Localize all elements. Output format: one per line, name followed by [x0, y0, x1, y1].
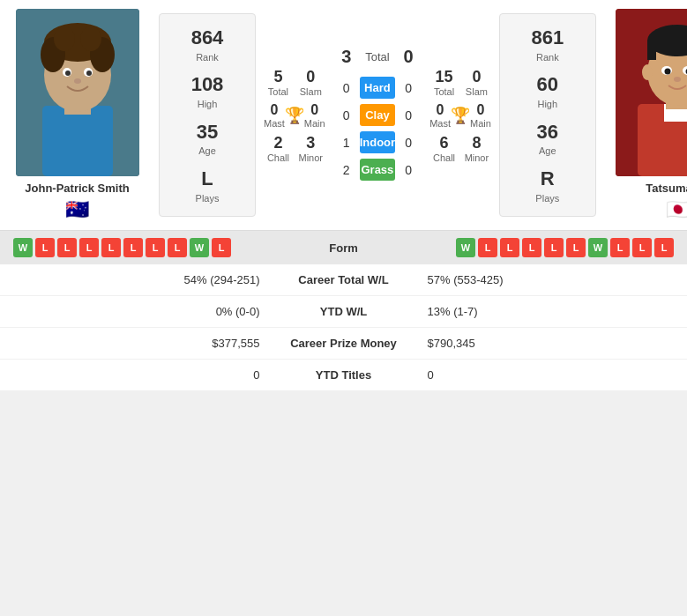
form-badge-left: L [168, 238, 187, 257]
career-stat-row: 54% (294-251)Career Total W/L57% (553-42… [0, 264, 687, 296]
left-main: 0 Main [304, 102, 325, 129]
left-mast: 0 Mast [264, 102, 285, 129]
career-stat-center: YTD W/L [273, 305, 414, 318]
left-grid-stats: 5 Total 0 Slam 0 Mast 🏆 0 Main [260, 9, 329, 221]
left-age: 35 Age [197, 120, 218, 158]
clay-row: 0 Clay 0 [333, 104, 422, 126]
career-stat-row: 0YTD Titles0 [0, 360, 687, 391]
form-badge-right: L [522, 238, 541, 257]
form-badge-right: L [478, 238, 497, 257]
middle-matchup: 3 Total 0 0 Hard 0 0 Clay 0 1 Indoor 0 2 [329, 9, 426, 221]
indoor-button[interactable]: Indoor [360, 131, 395, 153]
main-container: John-Patrick Smith 🇦🇺 864 Rank 108 High … [0, 0, 687, 391]
career-stat-left: $377,555 [13, 337, 273, 350]
right-plays: R Plays [535, 167, 559, 204]
form-right: WLLLLLWLLL [388, 238, 675, 257]
svg-point-12 [86, 71, 92, 76]
career-stat-center: Career Prize Money [273, 337, 414, 350]
svg-rect-20 [647, 41, 656, 60]
form-badge-left: L [35, 238, 55, 257]
form-badge-left: L [212, 238, 231, 257]
career-stat-right: 0 [414, 368, 675, 382]
player-left-name: John-Patrick Smith [25, 182, 129, 195]
career-stat-row: $377,555Career Prize Money$790,345 [0, 328, 687, 360]
form-badge-left: L [146, 238, 165, 257]
career-stat-row: 0% (0-0)YTD W/L13% (1-7) [0, 296, 687, 328]
hard-row: 0 Hard 0 [333, 77, 422, 99]
indoor-row: 1 Indoor 0 [333, 131, 422, 153]
career-stat-right: $790,345 [414, 337, 675, 350]
right-minor: 8 Minor [462, 134, 491, 163]
career-stat-left: 0 [13, 368, 273, 382]
career-stat-left: 54% (294-251) [13, 273, 273, 286]
svg-rect-1 [42, 106, 113, 176]
right-slam: 0 Slam [462, 68, 491, 97]
form-badge-left: W [190, 238, 209, 257]
form-badge-right: L [654, 238, 674, 257]
svg-point-28 [674, 77, 681, 82]
left-total: 5 Total [264, 68, 293, 97]
hard-button[interactable]: Hard [360, 77, 395, 99]
form-label: Form [300, 241, 388, 255]
players-section: John-Patrick Smith 🇦🇺 864 Rank 108 High … [0, 0, 687, 230]
player-right: Tatsuma Ito 🇯🇵 [601, 9, 687, 221]
left-rank: 864 Rank [191, 26, 224, 63]
right-chall: 6 Chall [429, 134, 459, 163]
left-minor: 3 Minor [296, 134, 325, 163]
svg-point-22 [642, 64, 653, 80]
player-left-photo [16, 9, 139, 176]
career-stat-center: YTD Titles [273, 368, 414, 382]
form-badge-right: L [610, 238, 630, 257]
left-plays: L Plays [196, 167, 220, 204]
career-stats: 54% (294-251)Career Total W/L57% (553-42… [0, 264, 687, 391]
form-badge-right: L [632, 238, 652, 257]
form-badge-left: L [79, 238, 99, 257]
right-rank: 861 Rank [531, 26, 564, 63]
left-chall: 2 Chall [264, 134, 293, 163]
grass-button[interactable]: Grass [360, 159, 395, 181]
total-row: 3 Total 0 [333, 47, 422, 67]
right-grid-stats: 15 Total 0 Slam 0 Mast 🏆 0 Main [426, 9, 495, 221]
right-high: 60 High [537, 72, 558, 110]
form-left: WLLLLLLLWL [13, 238, 300, 257]
form-badge-left: W [13, 238, 33, 257]
career-stat-right: 57% (553-425) [414, 273, 675, 286]
trophy-icon-right: 🏆 [451, 106, 470, 125]
grass-row: 2 Grass 0 [333, 159, 422, 181]
form-badge-right: L [566, 238, 586, 257]
right-stats-box: 861 Rank 60 High 36 Age R Plays [499, 13, 596, 217]
right-mast: 0 Mast [429, 102, 451, 129]
clay-button[interactable]: Clay [360, 104, 395, 126]
svg-point-13 [74, 78, 81, 84]
career-stat-center: Career Total W/L [273, 273, 414, 286]
player-right-flag: 🇯🇵 [666, 198, 687, 221]
right-age: 36 Age [537, 120, 558, 158]
left-slam: 0 Slam [296, 68, 325, 97]
form-badge-right: W [456, 238, 475, 257]
right-main: 0 Main [470, 102, 491, 129]
svg-point-26 [665, 69, 671, 75]
svg-point-8 [80, 26, 101, 51]
form-badge-right: W [588, 238, 608, 257]
form-badge-left: L [101, 238, 121, 257]
right-total: 15 Total [429, 68, 459, 97]
form-badge-right: L [500, 238, 519, 257]
trophy-icon-left: 🏆 [285, 106, 304, 125]
player-right-photo [616, 9, 687, 176]
svg-point-11 [65, 71, 71, 76]
career-stat-right: 13% (1-7) [414, 305, 675, 318]
left-stats-box: 864 Rank 108 High 35 Age L Plays [159, 13, 256, 217]
career-stat-left: 0% (0-0) [13, 305, 273, 318]
left-trophy-row: 0 Mast 🏆 0 Main [264, 97, 325, 134]
form-badge-left: L [57, 238, 77, 257]
player-left-flag: 🇦🇺 [65, 198, 89, 221]
left-high: 108 High [191, 72, 224, 110]
form-section: WLLLLLLLWL Form WLLLLLWLLL [0, 230, 687, 264]
form-badge-left: L [123, 238, 143, 257]
svg-point-7 [54, 26, 75, 51]
right-trophy-row: 0 Mast 🏆 0 Main [429, 97, 491, 134]
player-right-name: Tatsuma Ito [646, 182, 687, 195]
form-badge-right: L [544, 238, 564, 257]
player-left: John-Patrick Smith 🇦🇺 [0, 9, 154, 221]
